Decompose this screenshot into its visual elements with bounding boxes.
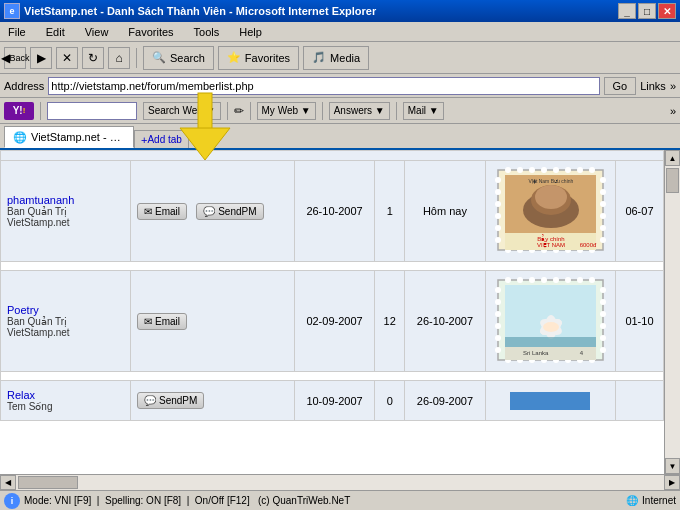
member-role-1: Ban Quản Trị bbox=[7, 316, 124, 327]
status-mode: Mode: VNI [F9] bbox=[24, 495, 91, 506]
svg-text:Bảy chính: Bảy chính bbox=[537, 234, 564, 242]
table-row: Relax Tem Sống 💬 SendPM bbox=[1, 381, 664, 421]
links-arrow-icon[interactable]: » bbox=[670, 80, 676, 92]
my-web-button[interactable]: My Web ▼ bbox=[257, 102, 316, 120]
status-bar: i Mode: VNI [F9] | Spelling: ON [F8] | O… bbox=[0, 490, 680, 510]
menu-file[interactable]: File bbox=[4, 24, 30, 40]
svg-point-43 bbox=[553, 277, 559, 283]
member-name-1[interactable]: Poetry bbox=[7, 304, 39, 316]
last-visit-1: 26-10-2007 bbox=[417, 315, 473, 327]
refresh-icon: ↻ bbox=[88, 51, 98, 65]
email-label-0: Email bbox=[155, 206, 180, 217]
svg-point-4 bbox=[541, 167, 547, 173]
maximize-button[interactable]: □ bbox=[638, 3, 656, 19]
svg-point-62 bbox=[600, 299, 606, 305]
svg-point-66 bbox=[600, 347, 606, 353]
member-name-0[interactable]: phamtuananh bbox=[7, 194, 74, 206]
svg-point-2 bbox=[517, 167, 523, 173]
yahoo-toolbar: Y! ! Search Web ▼ ✏ My Web ▼ Answers ▼ M… bbox=[0, 98, 680, 124]
posts-cell-0: 1 bbox=[375, 161, 404, 262]
back-label: Back bbox=[10, 53, 30, 63]
add-tab-button[interactable]: + Add tab bbox=[134, 130, 189, 148]
menu-tools[interactable]: Tools bbox=[190, 24, 224, 40]
email-button-0[interactable]: ✉ Email bbox=[137, 203, 187, 220]
svg-point-55 bbox=[495, 287, 501, 293]
scroll-up-button[interactable]: ▲ bbox=[665, 150, 680, 166]
svg-point-1 bbox=[505, 167, 511, 173]
svg-point-25 bbox=[600, 201, 606, 207]
table-scroll[interactable]: phamtuananh Ban Quản Trị VietStamp.net ✉… bbox=[0, 150, 664, 474]
svg-point-32 bbox=[535, 185, 567, 209]
mail-button[interactable]: Mail ▼ bbox=[403, 102, 444, 120]
tab-favicon-0: 🌐 bbox=[13, 131, 27, 144]
scroll-right-button[interactable]: ▶ bbox=[664, 475, 680, 490]
svg-point-23 bbox=[600, 177, 606, 183]
answers-button[interactable]: Answers ▼ bbox=[329, 102, 390, 120]
sendpm-button-0[interactable]: 💬 SendPM bbox=[196, 203, 263, 220]
go-button[interactable]: Go bbox=[604, 77, 637, 95]
refresh-button[interactable]: ↻ bbox=[82, 47, 104, 69]
svg-point-26 bbox=[600, 213, 606, 219]
stop-button[interactable]: ✕ bbox=[56, 47, 78, 69]
svg-point-59 bbox=[495, 335, 501, 341]
favorites-button[interactable]: ⭐ Favorites bbox=[218, 46, 299, 70]
forward-button[interactable]: ▶ bbox=[30, 47, 52, 69]
h-scroll-track[interactable] bbox=[16, 475, 664, 490]
sendpm-label-2: SendPM bbox=[159, 395, 197, 406]
svg-point-18 bbox=[495, 189, 501, 195]
svg-point-57 bbox=[495, 311, 501, 317]
search-icon: 🔍 bbox=[152, 51, 166, 64]
media-button[interactable]: 🎵 Media bbox=[303, 46, 369, 70]
svg-text:Vịệt Nam Bưu chính: Vịệt Nam Bưu chính bbox=[529, 178, 574, 184]
media-label: Media bbox=[330, 52, 360, 64]
status-copyright: (c) QuanTriWeb.NeT bbox=[258, 495, 350, 506]
divider2 bbox=[40, 102, 41, 120]
close-button[interactable]: ✕ bbox=[658, 3, 676, 19]
posts-cell-1: 12 bbox=[375, 271, 404, 372]
svg-point-28 bbox=[600, 237, 606, 243]
sendpm-label-0: SendPM bbox=[218, 206, 256, 217]
minimize-button[interactable]: _ bbox=[618, 3, 636, 19]
window-title: VietStamp.net - Danh Sách Thành Viên - M… bbox=[24, 5, 376, 17]
forward-arrow-icon: ▶ bbox=[37, 51, 46, 65]
answers-label: Answers ▼ bbox=[334, 105, 385, 116]
address-input[interactable] bbox=[48, 77, 599, 95]
scroll-thumb[interactable] bbox=[666, 168, 679, 193]
back-button[interactable]: ◀ Back bbox=[4, 47, 26, 69]
menu-favorites[interactable]: Favorites bbox=[124, 24, 177, 40]
window-controls[interactable]: _ □ ✕ bbox=[618, 3, 676, 19]
home-button[interactable]: ⌂ bbox=[108, 47, 130, 69]
sendpm-button-2[interactable]: 💬 SendPM bbox=[137, 392, 204, 409]
links-label[interactable]: Links bbox=[640, 80, 666, 92]
address-label: Address bbox=[4, 80, 44, 92]
member-info-cell-2: Relax Tem Sống bbox=[1, 381, 131, 421]
globe-icon: 🌐 bbox=[626, 495, 638, 506]
email-button-1[interactable]: ✉ Email bbox=[137, 313, 187, 330]
svg-text:VIỆT NAM: VIỆT NAM bbox=[537, 241, 565, 249]
search-web-button[interactable]: Search Web ▼ bbox=[143, 102, 221, 120]
toolbar-expand-icon[interactable]: » bbox=[670, 105, 676, 117]
website-cell-1: 01-10 bbox=[615, 271, 663, 372]
joined-cell-0: 26-10-2007 bbox=[294, 161, 375, 262]
scroll-track[interactable] bbox=[665, 166, 680, 458]
member-name-2[interactable]: Relax bbox=[7, 389, 35, 401]
member-site-0: VietStamp.net bbox=[7, 217, 124, 228]
menu-help[interactable]: Help bbox=[235, 24, 266, 40]
h-scroll-thumb[interactable] bbox=[18, 476, 78, 489]
scroll-left-button[interactable]: ◀ bbox=[0, 475, 16, 490]
menu-view[interactable]: View bbox=[81, 24, 113, 40]
search-web-label: Search Web ▼ bbox=[148, 105, 216, 116]
scroll-down-button[interactable]: ▼ bbox=[665, 458, 680, 474]
website-cell-0: 06-07 bbox=[615, 161, 663, 262]
svg-point-41 bbox=[529, 277, 535, 283]
menu-edit[interactable]: Edit bbox=[42, 24, 69, 40]
svg-point-64 bbox=[600, 323, 606, 329]
search-button[interactable]: 🔍 Search bbox=[143, 46, 214, 70]
content-area: phamtuananh Ban Quản Trị VietStamp.net ✉… bbox=[0, 150, 680, 490]
tab-0[interactable]: 🌐 VietStamp.net - Danh Sách Thà... bbox=[4, 126, 134, 148]
yahoo-search-input[interactable] bbox=[47, 102, 137, 120]
svg-point-39 bbox=[505, 277, 511, 283]
pencil-icon[interactable]: ✏ bbox=[234, 104, 244, 118]
favorites-icon: ⭐ bbox=[227, 51, 241, 64]
stamp-cell-2 bbox=[485, 381, 615, 421]
